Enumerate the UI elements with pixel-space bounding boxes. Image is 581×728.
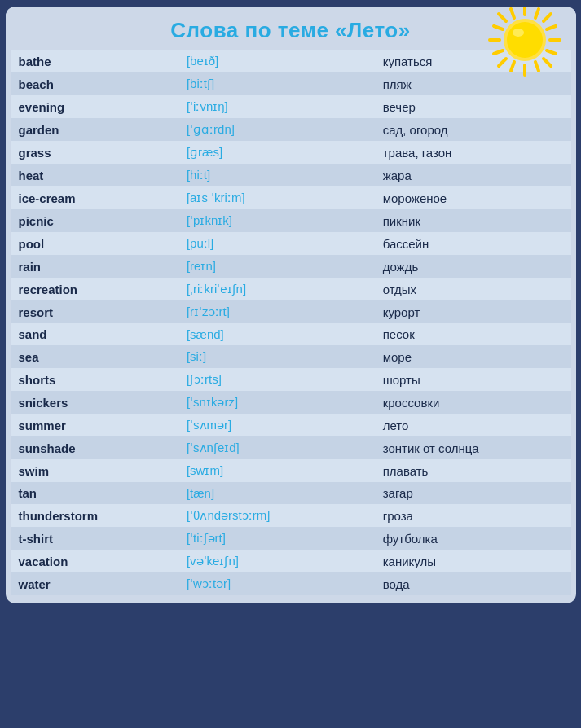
word-english: heat	[11, 164, 178, 186]
table-row: water[ˈwɔːtər]вода	[11, 572, 571, 595]
word-russian: загар	[375, 482, 571, 504]
word-english: bathe	[11, 50, 178, 72]
word-transcription: [ˌriːkriˈeɪʃn]	[178, 278, 375, 300]
table-row: t-shirt[ˈtiːʃərt]футболка	[11, 527, 571, 550]
word-table: bathe[beɪð]купатьсяbeach[biːtʃ]пляжeveni…	[11, 50, 571, 595]
svg-line-10	[511, 9, 514, 18]
table-row: heat[hiːt]жара	[11, 164, 571, 186]
word-english: snickers	[11, 391, 178, 414]
word-english: t-shirt	[11, 527, 178, 550]
word-russian: плавать	[375, 459, 571, 482]
table-row: bathe[beɪð]купаться	[11, 50, 571, 72]
svg-line-11	[535, 62, 539, 71]
svg-point-18	[513, 29, 524, 37]
word-transcription: [ʃɔːrts]	[178, 368, 375, 391]
word-english: swim	[11, 459, 178, 482]
word-russian: вечер	[375, 95, 571, 118]
table-row: pool[puːl]бассейн	[11, 232, 571, 255]
word-transcription: [tæn]	[178, 482, 375, 504]
word-transcription: [vəˈkeɪʃn]	[178, 550, 375, 572]
word-english: thunderstorm	[11, 504, 178, 527]
word-transcription: [swɪm]	[178, 459, 375, 482]
svg-line-14	[535, 9, 539, 18]
word-english: sand	[11, 323, 178, 345]
word-transcription: [ˈwɔːtər]	[178, 572, 375, 595]
svg-line-6	[544, 14, 551, 21]
word-english: rain	[11, 255, 178, 278]
word-russian: вода	[375, 572, 571, 595]
word-russian: зонтик от солнца	[375, 436, 571, 459]
svg-line-8	[494, 26, 503, 29]
word-russian: мороженое	[375, 186, 571, 209]
word-english: water	[11, 572, 178, 595]
word-transcription: [ɡræs]	[178, 141, 375, 164]
svg-line-4	[499, 14, 506, 21]
table-row: shorts[ʃɔːrts]шорты	[11, 368, 571, 391]
word-english: summer	[11, 414, 178, 436]
word-transcription: [ˈɡɑːrdn]	[178, 118, 375, 141]
table-row: resort[rɪˈzɔːrt]курорт	[11, 300, 571, 323]
svg-line-5	[544, 59, 551, 66]
svg-line-12	[547, 26, 556, 29]
word-transcription: [siː]	[178, 345, 375, 368]
table-row: recreation[ˌriːkriˈeɪʃn]отдых	[11, 278, 571, 300]
table-wrapper: bathe[beɪð]купатьсяbeach[biːtʃ]пляжeveni…	[6, 50, 576, 595]
word-english: sunshade	[11, 436, 178, 459]
word-english: shorts	[11, 368, 178, 391]
word-english: tan	[11, 482, 178, 504]
word-english: sea	[11, 345, 178, 368]
word-russian: каникулы	[375, 550, 571, 572]
word-transcription: [puːl]	[178, 232, 375, 255]
page-title: Слова по теме «Лето»	[22, 18, 560, 43]
word-english: picnic	[11, 209, 178, 232]
word-transcription: [hiːt]	[178, 164, 375, 186]
word-russian: песок	[375, 323, 571, 345]
word-russian: шорты	[375, 368, 571, 391]
word-transcription: [sænd]	[178, 323, 375, 345]
table-row: swim[swɪm]плавать	[11, 459, 571, 482]
table-row: thunderstorm[ˈθʌndərstɔːrm]гроза	[11, 504, 571, 527]
word-english: beach	[11, 72, 178, 95]
table-row: sea[siː]море	[11, 345, 571, 368]
table-row: evening[ˈiːvnɪŋ]вечер	[11, 95, 571, 118]
word-transcription: [rɪˈzɔːrt]	[178, 300, 375, 323]
page-header: Слова по теме «Лето»	[6, 7, 576, 50]
svg-line-7	[499, 59, 506, 66]
table-row: ice-cream[aɪs ˈkriːm]мороженое	[11, 186, 571, 209]
word-transcription: [ˈsʌnʃeɪd]	[178, 436, 375, 459]
word-transcription: [ˈθʌndərstɔːrm]	[178, 504, 375, 527]
sun-decoration	[488, 7, 561, 77]
word-english: vacation	[11, 550, 178, 572]
word-russian: гроза	[375, 504, 571, 527]
table-row: sand[sænd]песок	[11, 323, 571, 345]
table-row: snickers[ˈsnɪkərz]кроссовки	[11, 391, 571, 414]
table-row: beach[biːtʃ]пляж	[11, 72, 571, 95]
word-english: recreation	[11, 278, 178, 300]
svg-line-15	[511, 62, 514, 71]
table-row: tan[tæn]загар	[11, 482, 571, 504]
table-row: picnic[ˈpɪknɪk]пикник	[11, 209, 571, 232]
word-english: evening	[11, 95, 178, 118]
word-transcription: [ˈpɪknɪk]	[178, 209, 375, 232]
word-transcription: [ˈsnɪkərz]	[178, 391, 375, 414]
svg-point-17	[507, 22, 543, 58]
table-row: sunshade[ˈsʌnʃeɪd]зонтик от солнца	[11, 436, 571, 459]
word-english: resort	[11, 300, 178, 323]
word-transcription: [beɪð]	[178, 50, 375, 72]
table-row: garden[ˈɡɑːrdn]сад, огород	[11, 118, 571, 141]
word-transcription: [ˈtiːʃərt]	[178, 527, 375, 550]
word-russian: пикник	[375, 209, 571, 232]
svg-line-9	[547, 50, 556, 54]
word-russian: футболка	[375, 527, 571, 550]
word-english: garden	[11, 118, 178, 141]
word-russian: море	[375, 345, 571, 368]
word-russian: кроссовки	[375, 391, 571, 414]
word-transcription: [biːtʃ]	[178, 72, 375, 95]
word-english: pool	[11, 232, 178, 255]
svg-line-13	[494, 50, 503, 54]
word-transcription: [ˈsʌmər]	[178, 414, 375, 436]
word-russian: дождь	[375, 255, 571, 278]
table-row: vacation[vəˈkeɪʃn]каникулы	[11, 550, 571, 572]
word-russian: курорт	[375, 300, 571, 323]
table-row: grass[ɡræs]трава, газон	[11, 141, 571, 164]
